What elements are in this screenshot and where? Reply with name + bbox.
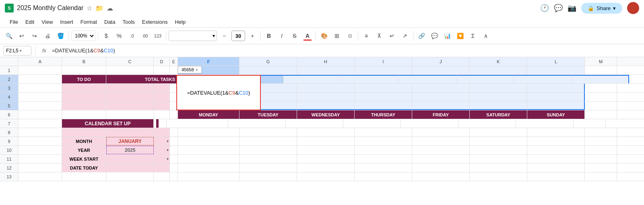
menu-edit[interactable]: Edit [22, 18, 37, 26]
autocomplete-chip[interactable]: 45658 × [178, 66, 202, 73]
cell-M11[interactable] [585, 155, 617, 163]
avatar[interactable] [627, 2, 639, 14]
cell-L1[interactable] [527, 66, 585, 75]
cell-J3[interactable] [412, 84, 470, 92]
cell-H11[interactable] [297, 155, 355, 163]
cell-F12[interactable] [178, 164, 239, 172]
cell-D9[interactable]: ▾ [154, 137, 170, 145]
star-icon[interactable]: ☆ [87, 4, 92, 12]
format-123-button[interactable]: 123 [152, 30, 163, 41]
cell-I5[interactable] [355, 101, 412, 110]
font-size-increase-button[interactable]: + [247, 30, 258, 41]
cell-A7[interactable] [19, 119, 62, 128]
cell-A12[interactable] [19, 164, 62, 172]
cell-E12[interactable] [170, 164, 178, 172]
cell-E13[interactable] [170, 172, 178, 181]
cell-I1[interactable] [355, 66, 412, 75]
cell-J12[interactable] [412, 164, 470, 172]
cell-B10[interactable]: YEAR [62, 146, 106, 154]
cell-H7[interactable] [286, 119, 343, 128]
cell-M13[interactable] [585, 172, 617, 181]
col-header-I[interactable]: I [355, 57, 412, 66]
cell-E10[interactable] [170, 146, 178, 154]
v-align-button[interactable]: ⊼ [374, 30, 385, 41]
cell-A3[interactable] [19, 84, 62, 92]
cell-A10[interactable] [19, 146, 62, 154]
cell-C6[interactable] [106, 110, 154, 119]
cell-I8[interactable] [355, 128, 412, 137]
menu-view[interactable]: View [38, 18, 56, 26]
col-header-E[interactable]: E [170, 57, 178, 66]
dec-increase-button[interactable]: .00 [139, 30, 151, 41]
col-header-C[interactable]: C [106, 57, 154, 66]
cell-F9[interactable] [178, 137, 239, 145]
cell-K2[interactable] [514, 75, 572, 83]
cell-K4[interactable] [470, 93, 527, 101]
cell-C5[interactable] [106, 101, 154, 110]
cell-I4[interactable] [355, 93, 412, 101]
cell-G12[interactable] [239, 164, 297, 172]
cell-H9[interactable] [297, 137, 355, 145]
cell-H10[interactable] [297, 146, 355, 154]
cell-C13[interactable] [106, 172, 154, 181]
cell-L4[interactable] [527, 93, 585, 101]
menu-format[interactable]: Format [77, 18, 100, 26]
cell-I10[interactable] [355, 146, 412, 154]
cell-A11[interactable] [19, 155, 62, 163]
function-button[interactable]: Σ [467, 30, 479, 41]
cell-K8[interactable] [470, 128, 527, 137]
fill-color-button[interactable]: 🎨 [318, 30, 330, 41]
cell-I11[interactable] [355, 155, 412, 163]
cell-B13[interactable] [62, 172, 106, 181]
cell-K13[interactable] [470, 172, 527, 181]
filter-button[interactable]: 🔽 [454, 30, 466, 41]
text-color-button[interactable]: A [302, 30, 313, 41]
cell-I3[interactable] [355, 84, 412, 92]
cell-M7[interactable] [574, 119, 606, 128]
cell-L2[interactable] [572, 75, 629, 83]
link-button[interactable]: 🔗 [416, 30, 427, 41]
weekstart-dropdown-arrow[interactable]: ▾ [167, 157, 169, 161]
cell-H1[interactable] [297, 66, 355, 75]
cell-E6[interactable] [170, 110, 178, 119]
cell-F7[interactable] [167, 119, 228, 128]
cell-H12[interactable] [297, 164, 355, 172]
cell-J1[interactable] [412, 66, 470, 75]
cell-K6[interactable]: SATURDAY [470, 110, 527, 119]
cell-A5[interactable] [19, 101, 62, 110]
cell-C1[interactable] [106, 66, 154, 75]
cell-C4[interactable] [106, 93, 154, 101]
cell-B1[interactable] [62, 66, 106, 75]
cell-M9[interactable] [585, 137, 617, 145]
cell-J6[interactable]: FRIDAY [412, 110, 470, 119]
chip-close[interactable]: × [196, 67, 198, 72]
cell-K10[interactable] [470, 146, 527, 154]
cell-F8[interactable] [178, 128, 239, 137]
cell-F6[interactable]: MONDAY [178, 110, 239, 119]
cell-K12[interactable] [470, 164, 527, 172]
cell-J4[interactable] [412, 93, 470, 101]
more-button[interactable]: ∧ [480, 30, 491, 41]
chat-icon[interactable]: 💬 [554, 4, 563, 12]
cell-D12[interactable] [154, 164, 170, 172]
cell-D4[interactable] [154, 93, 170, 101]
cell-A13[interactable] [19, 172, 62, 181]
cell-M10[interactable] [585, 146, 617, 154]
cell-A2[interactable] [19, 75, 62, 83]
cell-M4[interactable] [585, 93, 617, 101]
cell-D5[interactable] [154, 101, 170, 110]
menu-extensions[interactable]: Extensions [139, 18, 171, 26]
cell-C12[interactable] [106, 164, 154, 172]
cell-I13[interactable] [355, 172, 412, 181]
borders-button[interactable]: ⊞ [331, 30, 343, 41]
cell-L12[interactable] [527, 164, 585, 172]
cell-B2[interactable]: TO DO [62, 75, 106, 83]
zoom-select[interactable]: 100% [71, 31, 95, 41]
col-header-J[interactable]: J [412, 57, 470, 66]
cell-G10[interactable] [239, 146, 297, 154]
cell-L5[interactable] [527, 101, 585, 110]
cell-G1[interactable] [239, 66, 297, 75]
cell-A6[interactable] [19, 110, 62, 119]
dec-decrease-button[interactable]: .0 [126, 30, 138, 41]
cell-K9[interactable] [470, 137, 527, 145]
